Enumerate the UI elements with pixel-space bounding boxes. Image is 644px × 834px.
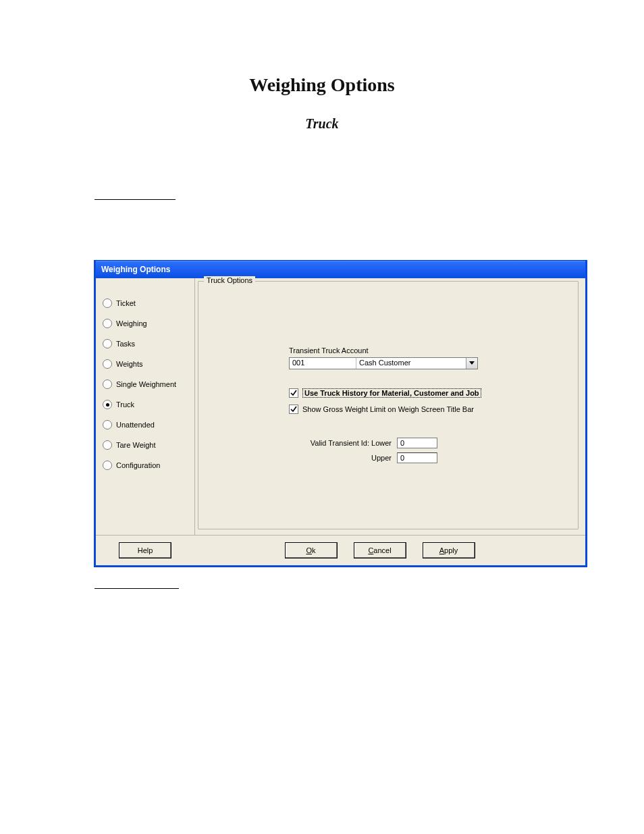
transient-account-name: Cash Customer	[356, 358, 466, 369]
apply-rest: pply	[444, 546, 458, 554]
dialog-title: Weighing Options	[101, 265, 170, 274]
sidebar-item-single-weighment[interactable]: Single Weighment	[103, 374, 190, 394]
sidebar-item-unattended[interactable]: Unattended	[103, 415, 190, 435]
show-gross-weight-checkbox[interactable]: Show Gross Weight Limit on Weigh Screen …	[289, 405, 505, 414]
radio-icon	[103, 420, 112, 429]
transient-account-combo[interactable]: 001 Cash Customer	[289, 357, 478, 369]
truck-options-group: Truck Options Transient Truck Account 00…	[198, 281, 579, 529]
sidebar-item-configuration[interactable]: Configuration	[103, 455, 190, 475]
sidebar-item-ticket[interactable]: Ticket	[103, 293, 190, 313]
radio-icon	[103, 380, 112, 389]
page-title: Weighing Options	[41, 74, 603, 96]
use-truck-history-label: Use Truck History for Material, Customer…	[302, 388, 481, 398]
help-button[interactable]: Help	[119, 542, 171, 558]
show-gross-weight-label: Show Gross Weight Limit on Weigh Screen …	[302, 405, 474, 413]
weighing-options-dialog: Weighing Options Ticket Weighing Tasks	[95, 261, 587, 567]
sidebar-item-label: Single Weighment	[116, 380, 176, 388]
section-divider	[95, 588, 179, 589]
apply-button[interactable]: Apply	[423, 542, 475, 558]
dialog-button-bar: Help Ok Cancel Apply	[96, 535, 585, 565]
radio-icon	[103, 298, 112, 308]
sidebar-item-label: Weighing	[116, 319, 147, 328]
sidebar-item-label: Weights	[116, 360, 143, 368]
options-sidebar: Ticket Weighing Tasks Weights Single Wei…	[96, 278, 195, 535]
transient-account-label: Transient Truck Account	[289, 346, 505, 355]
radio-icon	[103, 339, 112, 348]
valid-transient-lower-input[interactable]: 0	[397, 438, 437, 448]
sidebar-item-label: Tare Weight	[116, 441, 156, 449]
use-truck-history-checkbox[interactable]: Use Truck History for Material, Customer…	[289, 388, 505, 398]
valid-transient-lower-label: Valid Transient Id: Lower	[301, 439, 397, 447]
sidebar-item-label: Tasks	[116, 340, 135, 348]
dialog-titlebar: Weighing Options	[96, 261, 585, 278]
valid-transient-upper-label: Upper	[301, 454, 397, 462]
sidebar-item-truck[interactable]: Truck	[103, 394, 190, 415]
radio-icon	[103, 359, 112, 369]
sidebar-item-label: Ticket	[116, 299, 136, 307]
valid-transient-upper-input[interactable]: 0	[397, 452, 437, 463]
cancel-button[interactable]: Cancel	[354, 542, 406, 558]
sidebar-item-weights[interactable]: Weights	[103, 354, 190, 374]
radio-icon	[103, 400, 112, 409]
sidebar-item-label: Unattended	[116, 421, 155, 429]
cancel-rest: ancel	[373, 546, 391, 554]
page-subtitle: Truck	[41, 116, 603, 132]
ok-button[interactable]: Ok	[285, 542, 338, 558]
transient-account-code: 001	[290, 358, 356, 369]
checkmark-icon	[289, 405, 298, 414]
chevron-down-icon[interactable]	[466, 358, 477, 369]
radio-icon	[103, 440, 112, 450]
sidebar-item-label: Truck	[116, 400, 134, 409]
checkmark-icon	[289, 388, 298, 398]
sidebar-item-weighing[interactable]: Weighing	[103, 313, 190, 334]
section-divider	[95, 199, 176, 200]
ok-rest: k	[312, 546, 316, 554]
groupbox-title: Truck Options	[204, 276, 255, 284]
help-button-label: Help	[138, 546, 153, 554]
sidebar-item-label: Configuration	[116, 461, 160, 469]
sidebar-item-tasks[interactable]: Tasks	[103, 334, 190, 354]
sidebar-item-tare-weight[interactable]: Tare Weight	[103, 435, 190, 455]
apply-underline: A	[439, 546, 444, 554]
ok-underline: O	[306, 546, 312, 554]
radio-icon	[103, 319, 112, 328]
radio-icon	[103, 461, 112, 470]
